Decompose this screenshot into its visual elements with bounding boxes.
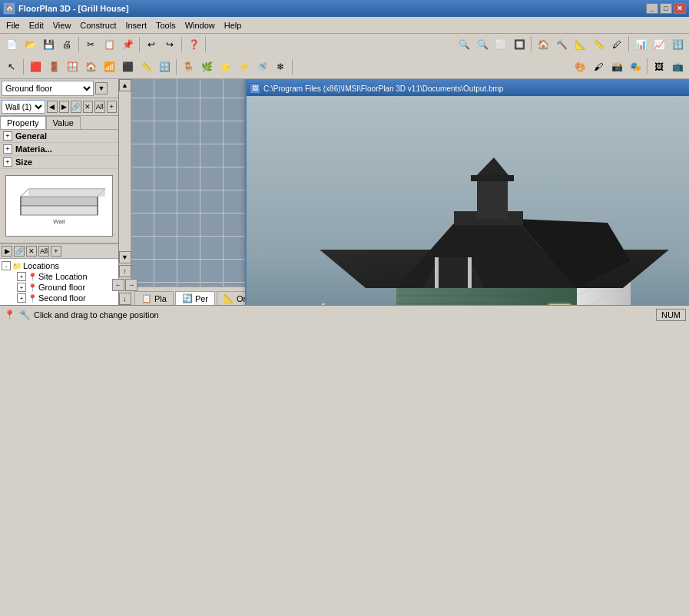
expand-material-icon[interactable]: + xyxy=(3,144,12,154)
floor-btn-down[interactable]: ▼ xyxy=(95,82,108,94)
pan-down-btn[interactable]: ↓ xyxy=(119,293,131,305)
door-tool[interactable]: 🚪 xyxy=(45,58,62,75)
tool4[interactable]: 📏 xyxy=(590,36,607,53)
prop-size[interactable]: + Size xyxy=(0,156,118,169)
menu-edit[interactable]: Edit xyxy=(25,19,48,31)
menu-help[interactable]: Help xyxy=(220,19,247,31)
tab-value[interactable]: Value xyxy=(46,116,81,129)
menu-file[interactable]: File xyxy=(2,19,25,31)
tree-expand-second[interactable]: + xyxy=(17,293,26,303)
paste-button[interactable]: 📌 xyxy=(119,36,136,53)
3d-tool3[interactable]: 📸 xyxy=(608,58,625,75)
open-button[interactable]: 📂 xyxy=(22,36,38,53)
expand-general-icon[interactable]: + xyxy=(3,131,12,141)
prop-general[interactable]: + General xyxy=(0,130,118,143)
cut-button[interactable]: ✂ xyxy=(82,36,99,53)
tree-expand-ground[interactable]: + xyxy=(17,283,26,292)
3d-tool4[interactable]: 🎭 xyxy=(627,58,644,75)
save-button[interactable]: 💾 xyxy=(40,36,57,53)
render2[interactable]: 📺 xyxy=(669,58,686,75)
zoom-in-button[interactable]: 🔍 xyxy=(455,36,472,53)
modal-title-left: 🖼 C:\Program Files (x86)\IMSI\FloorPlan … xyxy=(250,83,503,94)
select-tool[interactable]: ↖ xyxy=(3,58,20,75)
text-tool[interactable]: 🔠 xyxy=(156,58,173,75)
tool5[interactable]: 🖊 xyxy=(608,36,625,53)
roof-tool[interactable]: 🏠 xyxy=(82,58,99,75)
menu-construct[interactable]: Construct xyxy=(75,19,121,31)
maximize-button[interactable]: □ xyxy=(660,3,672,14)
ground-label[interactable]: Ground floor xyxy=(38,283,85,292)
help-button[interactable]: ❓ xyxy=(185,36,202,53)
wall-tool[interactable]: 🟥 xyxy=(27,58,44,75)
wall-next-btn[interactable]: ▶ xyxy=(59,101,70,113)
second-label[interactable]: Second floor xyxy=(38,293,86,303)
prop-general-label: General xyxy=(15,131,47,141)
object-tool[interactable]: 🪑 xyxy=(180,58,197,75)
modal-content xyxy=(247,96,689,305)
plan-tab-icon: 📋 xyxy=(141,293,152,303)
tool8[interactable]: 🔢 xyxy=(669,36,686,53)
site-label[interactable]: Site Location xyxy=(38,272,88,281)
dim-tool[interactable]: 📏 xyxy=(137,58,154,75)
loc-expand-btn[interactable]: ▶ xyxy=(2,246,12,257)
status-icon1[interactable]: 📍 xyxy=(3,309,15,321)
tree-expand-site[interactable]: + xyxy=(17,272,26,281)
scroll-down-btn[interactable]: ▼ xyxy=(119,251,131,263)
wall-link-btn[interactable]: 🔗 xyxy=(71,101,81,113)
tool2[interactable]: 🔨 xyxy=(553,36,570,53)
redo-button[interactable]: ↪ xyxy=(161,36,178,53)
tree-root: - 📁 Locations xyxy=(2,260,117,271)
zoom-select-button[interactable]: 🔲 xyxy=(511,36,528,53)
scroll-up-btn[interactable]: ▲ xyxy=(119,79,131,91)
tool6[interactable]: 📊 xyxy=(632,36,649,53)
render1[interactable]: 🖼 xyxy=(651,58,667,75)
wall-all-btn[interactable]: All xyxy=(94,101,105,113)
3d-tool2[interactable]: 🖌 xyxy=(590,58,607,75)
tool7[interactable]: 📈 xyxy=(651,36,667,53)
floor-plan-canvas[interactable]: 🖼 C:\Program Files (x86)\IMSI\FloorPlan … xyxy=(131,79,555,305)
wall-prev-btn[interactable]: ◀ xyxy=(47,101,58,113)
wall-dropdown[interactable]: Wall (1) Wall (2) Wall (3) xyxy=(2,100,45,114)
zoom-fit-button[interactable]: ⬜ xyxy=(492,36,509,53)
expand-size-icon[interactable]: + xyxy=(3,157,12,167)
loc-link-btn[interactable]: 🔗 xyxy=(14,246,25,257)
plumbing-tool[interactable]: 🚿 xyxy=(253,58,270,75)
3d-tool1[interactable]: 🎨 xyxy=(571,58,588,75)
zoom-out-button[interactable]: 🔍 xyxy=(474,36,491,53)
new-button[interactable]: 📄 xyxy=(3,36,20,53)
print-button[interactable]: 🖨 xyxy=(58,36,75,53)
undo-button[interactable]: ↩ xyxy=(143,36,160,53)
tool3[interactable]: 📐 xyxy=(571,36,588,53)
electrical-tool[interactable]: ⚡ xyxy=(235,58,252,75)
tab-perspective[interactable]: 🔄 Per xyxy=(175,291,215,305)
stair-tool[interactable]: 📶 xyxy=(101,58,118,75)
status-icon2[interactable]: 🔧 xyxy=(18,309,31,321)
copy-button[interactable]: 📋 xyxy=(101,36,118,53)
menu-view[interactable]: View xyxy=(48,19,76,31)
minimize-button[interactable]: _ xyxy=(646,3,658,14)
symbol-tool[interactable]: ⭐ xyxy=(217,58,234,75)
tool1[interactable]: 🏠 xyxy=(535,36,552,53)
tab-property[interactable]: Property xyxy=(0,116,46,129)
menu-insert[interactable]: Insert xyxy=(121,19,151,31)
menu-tools[interactable]: Tools xyxy=(151,19,181,31)
window-tool[interactable]: 🪟 xyxy=(64,58,81,75)
prop-material[interactable]: + Materia... xyxy=(0,143,118,156)
loc-all-btn[interactable]: All xyxy=(38,246,49,257)
hvac-tool[interactable]: ❄ xyxy=(272,58,289,75)
menu-window[interactable]: Window xyxy=(181,19,220,31)
floor-dropdown[interactable]: Ground floor Second floor Site Location xyxy=(2,81,94,96)
loc-delete-btn[interactable]: ✕ xyxy=(26,246,37,257)
pan-left-btn[interactable]: ← xyxy=(112,279,124,291)
close-button[interactable]: ✕ xyxy=(674,3,686,14)
tree-expand-root[interactable]: - xyxy=(2,261,11,270)
wall-add-btn[interactable]: + xyxy=(107,101,118,113)
pan-right-btn[interactable]: → xyxy=(125,279,137,291)
tab-plan[interactable]: 📋 Pla xyxy=(134,291,174,305)
svg-rect-51 xyxy=(477,177,508,219)
pan-up-btn[interactable]: ↑ xyxy=(119,265,131,277)
landscape-tool[interactable]: 🌿 xyxy=(198,58,215,75)
loc-add-btn[interactable]: + xyxy=(51,246,61,257)
floor-tool[interactable]: ⬛ xyxy=(119,58,136,75)
wall-delete-btn[interactable]: ✕ xyxy=(83,101,94,113)
